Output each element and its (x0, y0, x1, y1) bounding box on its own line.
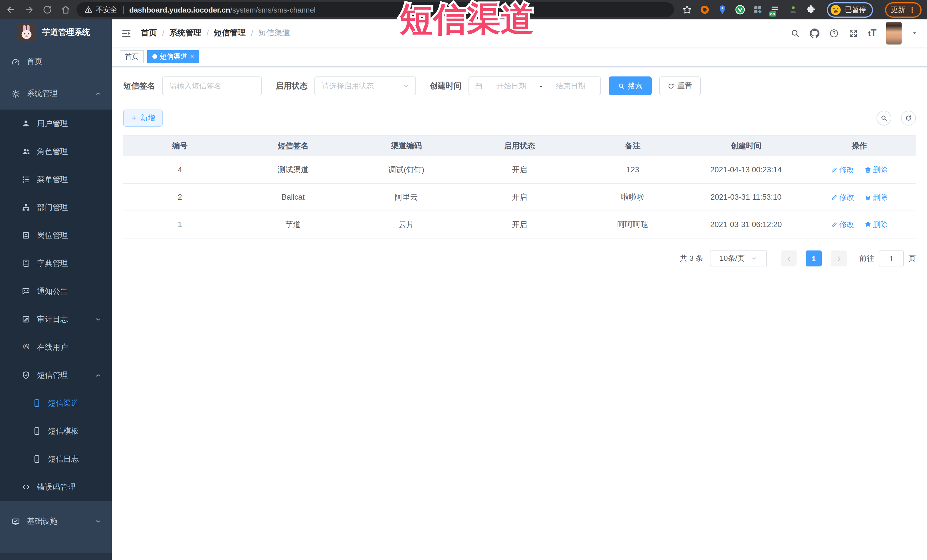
monitor-icon (11, 517, 20, 526)
phone-icon (32, 455, 41, 463)
edit-pencil-icon (831, 166, 838, 173)
end-date-placeholder: 结束日期 (547, 81, 594, 91)
tag-home[interactable]: 首页 (120, 50, 144, 63)
font-size-icon[interactable]: tT (868, 27, 877, 39)
cell-code: 阿里云 (350, 184, 463, 211)
signature-input[interactable] (162, 76, 262, 95)
main-area: 首页 / 系统管理 / 短信管理 / 短信渠道 tT (112, 20, 927, 560)
delete-link[interactable]: 删除 (864, 219, 887, 230)
breadcrumb-separator: / (251, 29, 253, 38)
sidebar-item-label: 用户管理 (37, 118, 68, 129)
extension-green-figure-icon[interactable] (788, 5, 798, 15)
user-icon (22, 119, 30, 128)
github-icon[interactable] (810, 28, 820, 38)
hamburger-icon[interactable] (121, 28, 132, 38)
sidebar-item-label: 基础设施 (27, 516, 58, 527)
browser-menu-dots-icon[interactable]: ⋮ (909, 5, 916, 14)
extension-switch-icon[interactable]: on (770, 5, 780, 15)
sidebar-item-dicts[interactable]: 字典管理 (0, 249, 112, 277)
tag-close-icon[interactable]: × (190, 53, 194, 60)
extension-orange-ring-icon[interactable] (699, 5, 710, 15)
add-button[interactable]: 新增 (123, 109, 163, 127)
sidebar-item-system[interactable]: 系统管理 (0, 77, 112, 109)
goto-label: 前往 (859, 253, 874, 264)
sidebar-item-users[interactable]: 用户管理 (0, 109, 112, 138)
tag-label: 短信渠道 (160, 52, 187, 61)
breadcrumb-home[interactable]: 首页 (141, 28, 157, 38)
sidebar-item-label: 字典管理 (37, 258, 68, 269)
forward-icon[interactable] (24, 5, 34, 15)
breadcrumb-separator: / (207, 29, 209, 38)
app-logo[interactable]: 芋道管理系统 (0, 20, 112, 46)
sidebar-item-notices[interactable]: 通知公告 (0, 277, 112, 305)
sidebar-item-infrastructure[interactable]: 基础设施 (0, 505, 112, 537)
user-avatar[interactable] (886, 22, 902, 44)
sidebar-item-sms[interactable]: 短信管理 (0, 361, 112, 389)
search-icon[interactable] (790, 28, 800, 38)
sidebar-item-label: 岗位管理 (37, 230, 68, 240)
extension-green-check-icon[interactable] (735, 5, 745, 15)
breadcrumb-system[interactable]: 系统管理 (169, 28, 201, 38)
sidebar-item-posts[interactable]: 岗位管理 (0, 222, 112, 249)
page-size-select[interactable]: 10条/页 (710, 250, 767, 266)
browser-update-button[interactable]: 更新 ⋮ (885, 2, 922, 17)
extension-pin-icon[interactable] (717, 5, 727, 15)
sidebar-item-error-codes[interactable]: 错误码管理 (0, 473, 112, 501)
breadcrumb-separator: / (162, 29, 164, 38)
sidebar-item-menus[interactable]: 菜单管理 (0, 165, 112, 193)
status-select-placeholder: 请选择启用状态 (322, 81, 374, 91)
date-range-picker[interactable]: 开始日期 - 结束日期 (468, 76, 601, 95)
cell-actions: 修改 删除 (802, 156, 916, 184)
pagination-total: 共 3 条 (680, 253, 703, 264)
next-page-button[interactable] (831, 250, 847, 266)
sidebar-item-sms-template[interactable]: 短信模板 (0, 417, 112, 445)
back-icon[interactable] (6, 5, 16, 15)
cell-created: 2021-03-31 11:53:10 (689, 184, 802, 211)
col-header-signature: 短信签名 (237, 135, 350, 156)
sidebar-item-departments[interactable]: 部门管理 (0, 193, 112, 222)
address-bar[interactable]: 不安全 dashboard.yudao.iocoder.cn /system/s… (76, 2, 674, 17)
breadcrumb-sms[interactable]: 短信管理 (214, 28, 246, 38)
plus-icon (131, 115, 138, 121)
extension-on-badge: on (769, 11, 776, 17)
avatar-caret-down-icon[interactable] (911, 30, 918, 36)
reload-icon[interactable] (42, 5, 53, 15)
search-button[interactable]: 搜索 (609, 76, 652, 95)
fullscreen-icon[interactable] (849, 28, 859, 38)
edit-link[interactable]: 修改 (831, 165, 854, 175)
sidebar-item-online-users[interactable]: (A) 在线用户 (0, 333, 112, 361)
sidebar-item-roles[interactable]: 角色管理 (0, 138, 112, 165)
sidebar-item-audit-logs[interactable]: 审计日志 (0, 305, 112, 333)
prev-page-button[interactable] (781, 250, 796, 266)
sidebar-item-sms-log[interactable]: 短信日志 (0, 445, 112, 473)
extension-grid-icon[interactable] (752, 5, 763, 15)
screen: 短信渠道 短信渠道 不安全 dashboard.yudao.iocoder.cn… (0, 0, 927, 560)
toggle-search-button[interactable] (877, 111, 891, 126)
goto-page-input[interactable] (879, 250, 904, 266)
search-icon (618, 82, 625, 89)
extensions-puzzle-icon[interactable] (805, 5, 816, 15)
edit-link[interactable]: 修改 (831, 192, 854, 202)
edit-pencil-icon (831, 221, 838, 228)
reset-button[interactable]: 重置 (659, 76, 701, 95)
search-filter-form: 短信签名 启用状态 请选择启用状态 创建时间 开始日期 - 结束日期 (123, 76, 916, 95)
col-header-remark: 备注 (576, 135, 689, 156)
edit-link[interactable]: 修改 (831, 219, 854, 230)
browser-profile-chip[interactable]: 已暂停 (827, 2, 873, 17)
help-icon[interactable] (830, 28, 839, 38)
cell-code: 调试(钉钉) (350, 156, 463, 184)
bookmark-star-icon[interactable] (682, 5, 692, 15)
tag-sms-channel[interactable]: 短信渠道 × (147, 50, 199, 63)
page-number-current[interactable]: 1 (806, 250, 822, 266)
cell-status: 开启 (463, 156, 576, 184)
home-icon[interactable] (61, 5, 71, 15)
cell-created: 2021-03-31 06:12:20 (689, 211, 802, 238)
refresh-table-button[interactable] (901, 111, 916, 126)
delete-link[interactable]: 删除 (864, 192, 887, 202)
delete-link[interactable]: 删除 (864, 165, 887, 175)
online-users-icon: (A) (22, 343, 30, 352)
sidebar-item-sms-channel[interactable]: 短信渠道 (0, 389, 112, 417)
table-row: 2 Ballcat 阿里云 开启 啦啦啦 2021-03-31 11:53:10… (123, 184, 916, 211)
sidebar-item-home[interactable]: 首页 (0, 46, 112, 77)
status-select[interactable]: 请选择启用状态 (315, 76, 416, 95)
